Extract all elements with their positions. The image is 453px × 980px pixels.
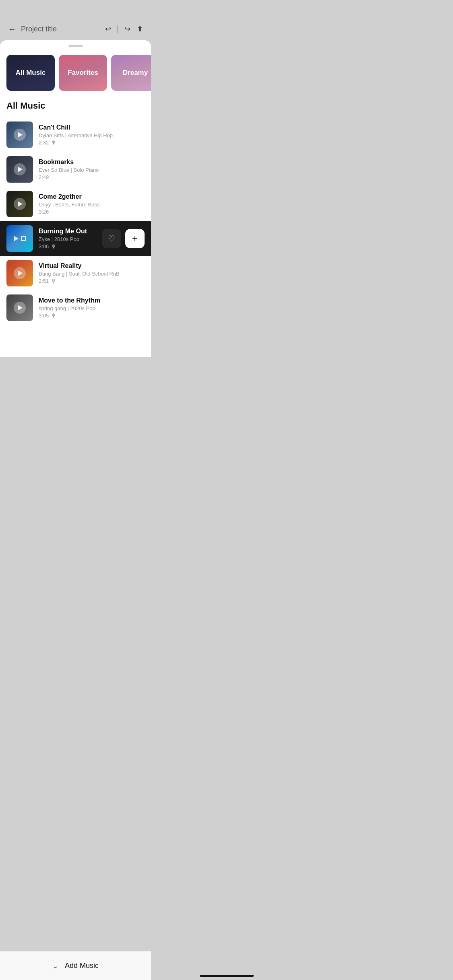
track-duration: 3:05 [39,313,49,319]
music-list: Can't Chill Dylan Sitts | Alternative Hi… [0,117,151,325]
track-item-come-2gether[interactable]: Come 2gether Ooyy | Beats, Future Bass 3… [0,187,151,221]
play-triangle [18,167,23,172]
track-meta: Dylan Sitts | Alternative Hip Hop [39,132,145,138]
track-meta: Ooyy | Beats, Future Bass [39,202,145,208]
play-circle [14,163,26,175]
category-row: All Music Favorites Dreamy [0,50,151,99]
play-triangle [18,132,23,138]
top-nav-right: ↩ ↪ ⬆ [105,25,143,33]
track-item-cant-chill[interactable]: Can't Chill Dylan Sitts | Alternative Hi… [0,117,151,152]
track-duration-row: 2:32 🎙 [39,140,145,146]
track-title: Move to the Rhythm [39,297,145,304]
track-item-move-to-the-rhythm[interactable]: Move to the Rhythm spring gang | 2020s P… [0,290,151,325]
mic-icon: 🎙 [51,140,56,146]
track-duration: 2:51 [39,278,49,284]
play-circle [14,198,26,210]
track-thumbnail [6,156,33,183]
track-thumbnail [6,294,33,321]
track-item-virtual-reality[interactable]: Virtual Reality Bang Bang | Soul, Old Sc… [0,256,151,290]
track-title: Virtual Reality [39,262,145,270]
drag-handle [68,45,83,47]
track-title: Bookmarks [39,159,145,166]
play-circle [14,302,26,314]
undo-icon[interactable]: ↩ [105,25,111,33]
category-label-favorites: Favorites [68,69,98,77]
top-nav: ← Project title ↩ ↪ ⬆ [0,18,151,40]
track-title: Burning Me Out [39,228,96,235]
play-icon [14,236,19,241]
track-meta: Bang Bang | Soul, Old School RnB [39,271,145,277]
track-thumbnail [6,225,33,252]
top-nav-left: ← Project title [8,25,57,34]
category-label-all-music: All Music [16,69,46,77]
heart-icon: ♡ [108,234,115,243]
main-panel: All Music Favorites Dreamy All Music Can… [0,40,151,357]
track-thumbnail [6,191,33,217]
play-overlay [6,156,33,183]
mic-icon: 🎙 [51,243,56,249]
play-overlay [6,260,33,286]
track-duration-row: 2:49 [39,174,145,180]
track-info: Bookmarks Ever So Blue | Solo Piano 2:49 [39,159,145,180]
play-overlay [6,294,33,321]
add-button[interactable]: + [125,229,145,248]
track-duration-row: 2:51 🎙 [39,278,145,284]
favorite-button[interactable]: ♡ [102,229,121,248]
track-meta: Ever So Blue | Solo Piano [39,167,145,173]
share-icon[interactable]: ⬆ [137,25,143,33]
play-circle [14,129,26,141]
track-title: Come 2gether [39,193,145,200]
track-info: Move to the Rhythm spring gang | 2020s P… [39,297,145,319]
track-title: Can't Chill [39,124,145,131]
play-circle [14,267,26,279]
track-meta: Zyke | 2010s Pop [39,236,96,242]
back-icon[interactable]: ← [8,25,16,34]
track-duration: 3:26 [39,209,49,215]
nav-divider [118,25,118,33]
track-info: Virtual Reality Bang Bang | Soul, Old Sc… [39,262,145,284]
track-info: Burning Me Out Zyke | 2010s Pop 3:06 🎙 [39,228,96,249]
play-overlay [6,121,33,148]
track-duration: 3:06 [39,243,49,249]
section-title: All Music [0,99,151,117]
mic-icon: 🎙 [51,313,56,319]
project-title: Project title [21,25,57,33]
track-duration-row: 3:26 [39,209,145,215]
category-card-all-music[interactable]: All Music [6,55,55,91]
track-duration: 2:49 [39,174,49,180]
play-triangle [18,201,23,207]
plus-icon: + [132,233,138,244]
play-triangle [18,305,23,311]
track-actions: ♡ + [102,229,145,248]
redo-icon[interactable]: ↪ [124,25,130,33]
track-duration: 2:32 [39,140,49,146]
track-info: Come 2gether Ooyy | Beats, Future Bass 3… [39,193,145,215]
play-triangle [18,270,23,276]
track-item-burning-me-out[interactable]: Burning Me Out Zyke | 2010s Pop 3:06 🎙 ♡… [0,221,151,256]
drag-handle-wrap [0,40,151,50]
track-item-bookmarks[interactable]: Bookmarks Ever So Blue | Solo Piano 2:49 [0,152,151,187]
category-card-dreamy[interactable]: Dreamy [111,55,151,91]
track-duration-row: 3:05 🎙 [39,313,145,319]
play-overlay [6,191,33,217]
track-info: Can't Chill Dylan Sitts | Alternative Hi… [39,124,145,146]
status-bar [0,0,151,18]
stop-icon [21,236,26,241]
track-duration-row: 3:06 🎙 [39,243,96,249]
mic-icon: 🎙 [51,278,56,284]
track-thumbnail [6,260,33,286]
category-card-favorites[interactable]: Favorites [59,55,107,91]
track-thumbnail [6,121,33,148]
track-meta: spring gang | 2020s Pop [39,305,145,311]
active-overlay [6,225,33,252]
category-label-dreamy: Dreamy [123,69,148,77]
